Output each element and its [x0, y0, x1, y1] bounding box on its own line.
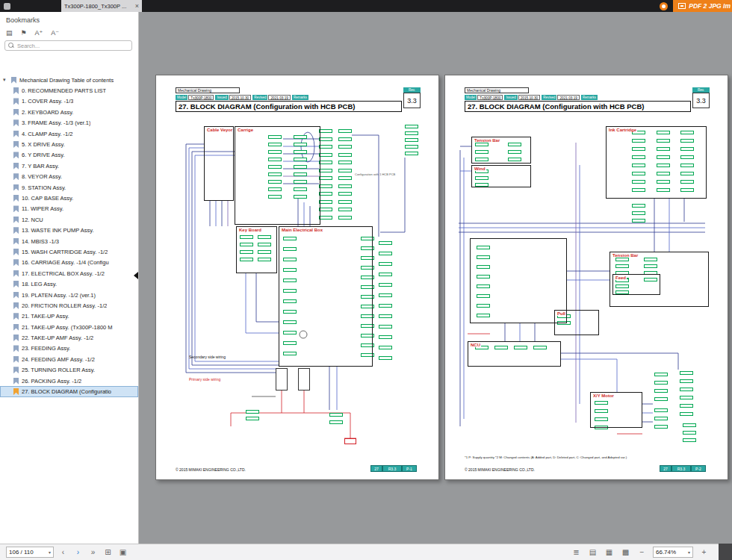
bookmark-item[interactable]: 1. COVER Assy. -1/3: [0, 96, 138, 107]
view-single-button[interactable]: ▤: [587, 547, 598, 558]
block-ink-cartridge: Ink Cartridge: [606, 126, 707, 199]
bookmark-item[interactable]: 25. TURNING ROLLER Assy.: [0, 365, 138, 376]
header-row: Model Tx300P-1800 Issued 2015.10.30 Revi…: [465, 94, 598, 100]
bookmark-item[interactable]: 0. RECOMMENDED PARTS LIST: [0, 85, 138, 96]
block-label: Carrige: [237, 128, 254, 132]
snapshot-button[interactable]: ⊞: [102, 547, 114, 558]
bookmark-item[interactable]: 5. X DRIVE Assy.: [0, 139, 138, 149]
bookmark-item[interactable]: 6. Y DRIVE Assy.: [0, 150, 138, 161]
pdf2jpg-button[interactable]: PDF 2 JPG Im: [673, 0, 732, 12]
bookmarks-panel-title: Bookmarks: [0, 12, 138, 24]
add-bookmark-icon[interactable]: ⚑: [21, 29, 27, 37]
bookmark-item[interactable]: 18. LEG Assy.: [0, 279, 138, 289]
bookmark-icon: [13, 313, 19, 320]
connector-block: [379, 346, 392, 349]
close-icon[interactable]: ×: [135, 3, 139, 10]
view-book-button[interactable]: ▩: [620, 547, 631, 558]
panel-options-icon[interactable]: ▤: [6, 29, 13, 37]
bookmark-icon: [13, 98, 19, 105]
expand-caret-icon[interactable]: ▾: [3, 77, 8, 83]
bookmark-search-box[interactable]: [4, 40, 132, 51]
bookmark-item[interactable]: 8. VEYOR Assy.: [0, 172, 138, 182]
bookmark-icon: [13, 131, 19, 137]
bookmark-icon: [13, 270, 19, 277]
pdf2jpg-label: PDF 2 JPG Im: [689, 2, 731, 10]
bookmark-item[interactable]: 17. ELECTRICAL BOX Assy. -1/2: [0, 268, 138, 279]
bookmark-item[interactable]: 14. MBIS3 -1/3: [0, 236, 138, 246]
block-label: Wind: [474, 167, 486, 171]
zoom-in-button[interactable]: +: [698, 547, 710, 558]
view-facing-button[interactable]: ▦: [604, 547, 615, 558]
connector-block: [379, 241, 392, 245]
bookmark-item[interactable]: 16. CARRIAGE Assy. -1/4 (Configu: [0, 258, 138, 268]
bookmark-item[interactable]: 15. WASH CARTRIDGE Assy. -1/2: [0, 246, 138, 257]
bookmark-item[interactable]: 9. STATION Assy.: [0, 182, 138, 193]
bookmark-item[interactable]: 3. FRAME Assy. -1/3 (ver.1): [0, 118, 138, 128]
bookmark-item[interactable]: 4. CLAMP Assy. -1/2: [0, 128, 138, 139]
bookmark-item[interactable]: 11. WIPER Assy.: [0, 204, 138, 214]
resize-handle[interactable]: [719, 544, 732, 560]
view-continuous-button[interactable]: ≣: [571, 547, 582, 558]
bookmark-item[interactable]: 13. WASTE INK PUMP Assy.: [0, 225, 138, 235]
page-number-input[interactable]: 106 / 110 ▾: [6, 547, 54, 558]
next-page-button[interactable]: ›: [72, 547, 84, 558]
bookmark-item[interactable]: 24. FEEDING AMF Assy. -1/2: [0, 354, 138, 364]
bookmark-item[interactable]: 12. NCU: [0, 214, 138, 225]
document-view[interactable]: Mechanical Drawing Model Tx300P-1800 Iss…: [140, 12, 732, 544]
block-label: Key Board: [238, 228, 262, 232]
last-page-button[interactable]: »: [87, 547, 99, 558]
prev-page-button[interactable]: ‹: [58, 547, 69, 558]
connector-block: [680, 388, 693, 391]
issued-value: 2015.10.30: [518, 95, 540, 100]
zoom-level-input[interactable]: 66.74% ▾: [653, 547, 693, 558]
connector-block: [379, 314, 392, 318]
expand-all-icon[interactable]: A⁺: [35, 29, 43, 37]
clipboard-button[interactable]: ▣: [117, 547, 128, 558]
rev-box: Rev. 3.3: [403, 87, 421, 108]
connector-block: [338, 192, 352, 196]
connector-block: [379, 325, 392, 329]
bookmark-label: 9. STATION Assy.: [22, 184, 66, 191]
bookmark-item[interactable]: 20. FRICTION ROLLER Assy. -1/2: [0, 300, 138, 311]
connector-block: [632, 211, 645, 215]
connector-block: [379, 273, 392, 276]
bookmark-label: 25. TURNING ROLLER Assy.: [22, 367, 95, 373]
issued-label: Issued: [504, 95, 517, 100]
bookmark-item[interactable]: 19. PLATEN Assy. -1/2 (ver.1): [0, 290, 138, 300]
bookmark-item[interactable]: 7. Y BAR Assy.: [0, 161, 138, 171]
document-tab[interactable]: Tx300P-1800_Tx300P ... ×: [61, 0, 142, 12]
bookmark-item[interactable]: 22. TAKE-UP AMF Assy. -1/2: [0, 332, 138, 343]
rev-label: Rev.: [403, 87, 421, 93]
model-label: Model: [465, 95, 477, 100]
bookmark-label: 11. WIPER Assy.: [22, 205, 63, 212]
bookmark-item[interactable]: 27. BLOCK DIAGRAM (Configuratio: [0, 386, 138, 396]
connector-block: [338, 208, 352, 211]
status-bar: 106 / 110 ▾ ‹ › » ⊞ ▣ ≣ ▤ ▦ ▩ − 66.74% ▾…: [0, 544, 732, 560]
bookmark-item[interactable]: ▾Mechanical Drawing Table of contents: [0, 75, 138, 85]
connector-block: [379, 283, 392, 287]
primary-side-label: Primary side wiring: [189, 377, 220, 382]
sheet-page: P-2: [691, 465, 706, 472]
bookmark-label: 13. WASTE INK PUMP Assy.: [22, 227, 94, 234]
connector-block: [654, 417, 668, 420]
bookmark-item[interactable]: 10. CAP BASE Assy.: [0, 193, 138, 203]
collapse-all-icon[interactable]: A⁻: [51, 29, 59, 37]
bookmark-icon: [13, 249, 19, 255]
sidebar-collapse-handle[interactable]: [134, 272, 138, 279]
bookmark-item[interactable]: 2. KEYBOARD Assy.: [0, 107, 138, 117]
bookmarks-toolbar: ▤ ⚑ A⁺ A⁻: [0, 24, 138, 36]
bookmark-item[interactable]: 26. PACKING Assy. -1/2: [0, 376, 138, 386]
bookmark-item[interactable]: 23. FEEDING Assy.: [0, 343, 138, 354]
bookmark-item[interactable]: 21. TAKE-UP Assy.: [0, 311, 138, 322]
notification-icon[interactable]: [660, 2, 668, 10]
page-title: 27. BLOCK DIAGRAM (Configuration with HC…: [465, 101, 691, 112]
bookmark-item[interactable]: 21. TAKE-UP Assy. (Tx300P-1800 M: [0, 322, 138, 332]
bookmark-label: 19. PLATEN Assy. -1/2 (ver.1): [22, 292, 96, 299]
connector-block: [338, 145, 352, 149]
bookmark-label: 21. TAKE-UP Assy.: [22, 313, 69, 320]
page-number-value: 106 / 110: [9, 549, 34, 556]
bookmark-icon: [13, 356, 19, 363]
bookmark-label: 14. MBIS3 -1/3: [22, 238, 59, 245]
search-input[interactable]: [17, 43, 128, 49]
zoom-out-button[interactable]: −: [636, 547, 648, 558]
